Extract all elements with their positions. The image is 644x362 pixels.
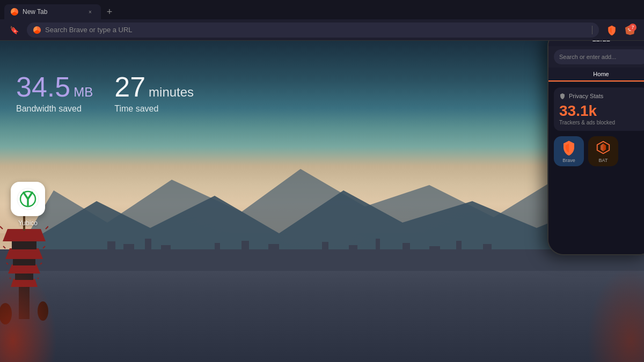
svg-rect-11 — [349, 245, 357, 255]
bookmark-button[interactable]: 🔖 — [6, 23, 21, 38]
time-value: 27 minutes — [114, 73, 194, 101]
address-bar-row: 🔖 Search Brave or type a URL — [0, 19, 644, 41]
bandwidth-value: 34.5 MB — [16, 73, 93, 101]
brave-shield-button[interactable] — [604, 23, 619, 38]
svg-rect-14 — [429, 246, 440, 255]
phone-privacy-card: Privacy Stats 33.1k Trackers & ads block… — [554, 87, 644, 131]
svg-rect-9 — [268, 244, 279, 255]
phone-nav-tabs: Home — [548, 68, 644, 82]
browser-toolbar-right: 7 — [604, 23, 638, 38]
phone-home-tab[interactable]: Home — [548, 68, 644, 82]
address-divider — [592, 26, 592, 34]
yubico-logo-svg — [16, 187, 40, 211]
svg-point-36 — [38, 301, 48, 321]
phone-address-bar[interactable]: Search or enter add... — [554, 49, 644, 64]
phone-privacy-header: Privacy Stats — [559, 93, 643, 99]
svg-line-19 — [10, 278, 11, 279]
address-favicon — [33, 26, 41, 34]
svg-rect-12 — [376, 239, 380, 255]
phone-browser-chrome: Search or enter add... — [548, 46, 644, 68]
phone-shield-icon — [559, 93, 566, 99]
svg-rect-10 — [322, 242, 328, 255]
svg-rect-17 — [19, 287, 30, 319]
bandwidth-label: Bandwidth saved — [16, 104, 93, 114]
address-bar[interactable]: Search Brave or type a URL — [27, 23, 599, 38]
city-svg — [0, 239, 644, 271]
phone-brave-icon — [561, 139, 577, 156]
phone-bat-label: BAT — [599, 158, 608, 163]
svg-rect-4 — [123, 244, 134, 255]
phone-mockup: 11:11 Search or enter add... Home Privac… — [547, 41, 644, 255]
yubico-app[interactable]: Yubico — [11, 182, 45, 227]
svg-marker-30 — [3, 229, 46, 241]
svg-marker-41 — [603, 144, 606, 152]
brave-rewards-button[interactable]: 7 — [623, 23, 638, 38]
svg-marker-18 — [11, 279, 38, 287]
svg-rect-8 — [241, 241, 249, 255]
svg-rect-25 — [13, 259, 35, 265]
address-text: Search Brave or type a URL — [45, 26, 588, 34]
tab-title: New Tab — [23, 8, 82, 16]
brave-shield-icon — [606, 25, 617, 35]
stats-overlay: 34.5 MB Bandwidth saved 27 minutes Time … — [16, 73, 194, 114]
svg-line-28 — [43, 246, 45, 248]
svg-rect-5 — [145, 239, 151, 255]
phone-content: Privacy Stats 33.1k Trackers & ads block… — [548, 82, 644, 254]
svg-line-32 — [46, 226, 48, 229]
browser-chrome: New Tab × + 🔖 Search Brave or type a URL — [0, 0, 644, 41]
svg-marker-22 — [8, 264, 40, 274]
phone-privacy-title: Privacy Stats — [569, 93, 603, 99]
tab-favicon — [11, 8, 18, 16]
time-stat-block: 27 minutes Time saved — [114, 73, 194, 114]
svg-line-20 — [38, 278, 39, 279]
tab-bar: New Tab × + — [0, 0, 644, 19]
phone-stat-label: Trackers & ads blocked — [559, 120, 643, 125]
phone-stat-value: 33.1k — [559, 104, 643, 119]
svg-marker-40 — [601, 144, 603, 152]
svg-rect-21 — [15, 274, 33, 280]
yubico-icon — [11, 182, 45, 216]
svg-rect-7 — [215, 243, 220, 255]
city-layer — [0, 249, 644, 362]
svg-rect-15 — [456, 241, 462, 255]
bandwidth-stat-block: 34.5 MB Bandwidth saved — [16, 73, 93, 114]
svg-rect-13 — [402, 243, 410, 255]
tab-close-button[interactable]: × — [86, 8, 94, 16]
phone-time: 11:11 — [592, 41, 610, 43]
phone-brave-label: Brave — [562, 158, 575, 163]
yubico-label: Yubico — [18, 219, 38, 227]
svg-line-31 — [0, 226, 3, 229]
svg-marker-26 — [5, 248, 43, 259]
phone-brave-app[interactable]: Brave — [554, 136, 584, 166]
phone-status-bar: 11:11 — [548, 41, 644, 46]
svg-rect-6 — [161, 245, 171, 255]
svg-point-35 — [0, 303, 12, 324]
time-label: Time saved — [114, 104, 194, 114]
phone-apps-row: Brave BAT — [554, 136, 644, 166]
svg-rect-3 — [107, 241, 115, 255]
svg-line-23 — [6, 263, 8, 264]
svg-rect-29 — [12, 241, 36, 249]
main-content: 34.5 MB Bandwidth saved 27 minutes Time … — [0, 41, 644, 362]
phone-bat-app[interactable]: BAT — [588, 136, 618, 166]
svg-line-27 — [3, 246, 5, 248]
new-tab-button[interactable]: + — [102, 4, 117, 19]
active-tab[interactable]: New Tab × — [4, 4, 101, 19]
phone-bat-icon — [595, 139, 611, 156]
svg-rect-16 — [483, 244, 492, 255]
svg-line-24 — [40, 263, 42, 264]
rewards-badge: 7 — [629, 24, 636, 31]
favorites-section: Yubico — [11, 182, 45, 227]
